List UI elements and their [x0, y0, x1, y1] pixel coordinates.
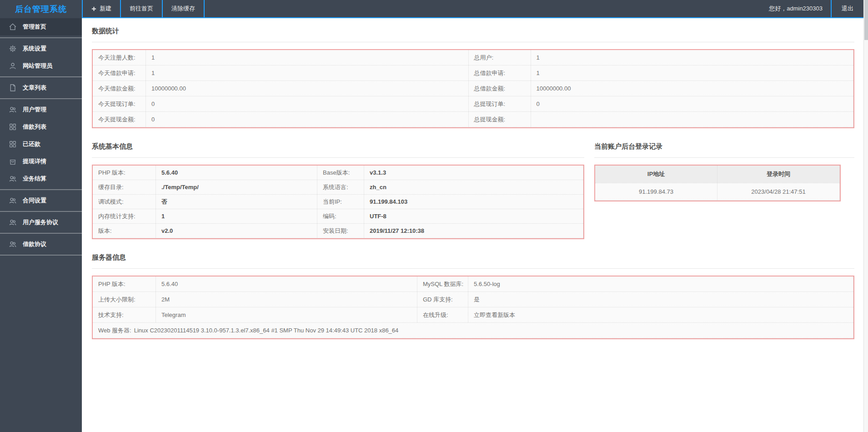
info-label: 调试模式: [93, 195, 156, 209]
users-icon [9, 175, 17, 183]
users-icon [9, 240, 17, 248]
stat-label: 今天提现金额: [93, 112, 146, 127]
sidebar-item-articles[interactable]: 文章列表 [0, 79, 82, 96]
stat-value: 1 [531, 50, 854, 65]
web-server-value: Linux C20230201114519 3.10.0-957.1.3.el7… [134, 327, 399, 334]
sidebar-item-user-service-agreement[interactable]: 用户服务协议 [0, 214, 82, 231]
login-log-table: IP地址 登录时间 91.199.84.73 2023/04/28 21:47:… [594, 165, 841, 201]
gear-icon [9, 45, 17, 53]
sidebar: 管理首页 系统设置 网站管理员 文章列表 用户管理 借款列表 已还款 [0, 18, 82, 432]
stats-section: 数据统计 今天注册人数: 1 总用户: 1 今天借款申请: 1 总借款申请: 1… [92, 26, 854, 128]
table-row: 今天提现订单: 0 总提现订单: 0 [93, 96, 853, 112]
plus-icon [91, 6, 96, 11]
sidebar-item-loan-agreement[interactable]: 借款协议 [0, 236, 82, 253]
users-icon [9, 218, 17, 226]
app-logo: 后台管理系统 [0, 0, 82, 18]
table-row: 技术支持: Telegram 在线升级: 立即查看新版本 [93, 307, 853, 323]
server-info-section: 服务器信息 PHP 版本: 5.6.40 MySQL 数据库: 5.6.50-l… [92, 253, 854, 339]
sidebar-item-loan-list[interactable]: 借款列表 [0, 118, 82, 136]
stat-value: 10000000.00 [531, 81, 854, 96]
info-value: 91.199.84.103 [364, 195, 583, 209]
sidebar-divider [0, 255, 82, 256]
sidebar-item-site-admins[interactable]: 网站管理员 [0, 57, 82, 75]
sidebar-item-repaid[interactable]: 已还款 [0, 136, 82, 153]
system-info-title: 系统基本信息 [92, 142, 584, 158]
sidebar-item-withdraw-details[interactable]: 提现详情 [0, 153, 82, 170]
server-value: 5.6.50-log [468, 276, 853, 291]
check-new-version-link[interactable]: 立即查看新版本 [474, 311, 515, 319]
sidebar-divider [0, 233, 82, 234]
table-row: 调试模式: 否 当前IP: 91.199.84.103 [93, 195, 583, 209]
sidebar-item-dashboard[interactable]: 管理首页 [0, 18, 82, 35]
login-ip-value: 91.199.84.73 [595, 183, 717, 200]
stat-label: 今天借款金额: [93, 81, 146, 96]
info-label: 系统语言: [317, 180, 364, 194]
table-row: 内存统计支持: 1 编码: UTF-8 [93, 209, 583, 224]
users-icon [9, 105, 17, 114]
info-value: 5.6.40 [156, 166, 317, 180]
info-value: v3.1.3 [364, 166, 583, 180]
file-icon [9, 84, 17, 92]
clear-cache-button[interactable]: 清除缓存 [163, 0, 205, 17]
vertical-scrollbar[interactable] [863, 0, 868, 432]
server-value: Telegram [156, 307, 417, 322]
stat-value: 1 [146, 65, 469, 80]
sidebar-item-contract-settings[interactable]: 合同设置 [0, 192, 82, 209]
info-value: ./Temp/Temp/ [156, 180, 317, 194]
sidebar-item-business-settlement[interactable]: 业务结算 [0, 170, 82, 187]
stat-value: 0 [146, 112, 469, 127]
info-value: v2.0 [156, 224, 317, 238]
stat-value [531, 112, 854, 127]
server-value: 5.6.40 [156, 276, 417, 291]
table-header-row: IP地址 登录时间 [595, 166, 840, 183]
stats-table: 今天注册人数: 1 总用户: 1 今天借款申请: 1 总借款申请: 1 今天借款… [92, 49, 854, 128]
table-row: 91.199.84.73 2023/04/28 21:47:51 [595, 183, 840, 201]
top-bar: 后台管理系统 新建 前往首页 清除缓存 您好，admin230303 退出 [0, 0, 868, 18]
top-right: 您好，admin230303 退出 [769, 0, 863, 17]
login-time-value: 2023/04/28 21:47:51 [717, 183, 840, 200]
table-row: 今天注册人数: 1 总用户: 1 [93, 50, 853, 65]
stat-label: 总提现金额: [469, 112, 531, 127]
main-content: 数据统计 今天注册人数: 1 总用户: 1 今天借款申请: 1 总借款申请: 1… [82, 18, 863, 432]
server-label: 在线升级: [417, 307, 468, 322]
server-info-table: PHP 版本: 5.6.40 MySQL 数据库: 5.6.50-log 上传大… [92, 276, 854, 339]
go-frontend-button[interactable]: 前往首页 [121, 0, 163, 17]
info-label: 当前IP: [317, 195, 364, 209]
column-header-ip: IP地址 [595, 166, 717, 183]
sidebar-divider [0, 189, 82, 190]
info-label: 内存统计支持: [93, 209, 156, 223]
table-row: PHP 版本: 5.6.40 MySQL 数据库: 5.6.50-log [93, 276, 853, 292]
sidebar-divider [0, 76, 82, 77]
server-label: GD 库支持: [417, 292, 468, 307]
info-label: 版本: [93, 224, 156, 238]
grid-icon [9, 123, 17, 131]
stat-value: 1 [146, 50, 469, 65]
stat-label: 今天借款申请: [93, 65, 146, 80]
new-button-label: 新建 [100, 5, 111, 13]
sidebar-item-system-settings[interactable]: 系统设置 [0, 40, 82, 57]
sidebar-divider [0, 37, 82, 38]
admin-app: 后台管理系统 新建 前往首页 清除缓存 您好，admin230303 退出 管理… [0, 0, 868, 432]
stat-label: 总借款申请: [469, 65, 531, 80]
system-info-section: 系统基本信息 PHP 版本: 5.6.40 Base版本: v3.1.3 缓存目… [92, 142, 584, 239]
info-label: 安装日期: [317, 224, 364, 238]
stat-label: 总借款金额: [469, 81, 531, 96]
server-label: PHP 版本: [93, 276, 156, 291]
stat-label: 今天提现订单: [93, 96, 146, 111]
login-log-title: 当前账户后台登录记录 [594, 142, 854, 158]
info-value: 1 [156, 209, 317, 223]
table-row: 今天提现金额: 0 总提现金额: [93, 112, 853, 127]
new-button[interactable]: 新建 [83, 0, 121, 17]
info-label: 编码: [317, 209, 364, 223]
scrollbar-thumb[interactable] [864, 0, 868, 40]
web-server-label: Web 服务器: [98, 327, 131, 335]
sidebar-item-user-management[interactable]: 用户管理 [0, 101, 82, 118]
home-icon [9, 23, 17, 31]
table-row: PHP 版本: 5.6.40 Base版本: v3.1.3 [93, 166, 583, 180]
info-value: 否 [156, 195, 317, 209]
logout-button[interactable]: 退出 [831, 0, 863, 17]
top-nav: 新建 前往首页 清除缓存 您好，admin230303 退出 [82, 0, 868, 18]
info-label: PHP 版本: [93, 166, 156, 180]
column-header-login-time: 登录时间 [717, 166, 840, 183]
table-row: 今天借款金额: 10000000.00 总借款金额: 10000000.00 [93, 81, 853, 96]
